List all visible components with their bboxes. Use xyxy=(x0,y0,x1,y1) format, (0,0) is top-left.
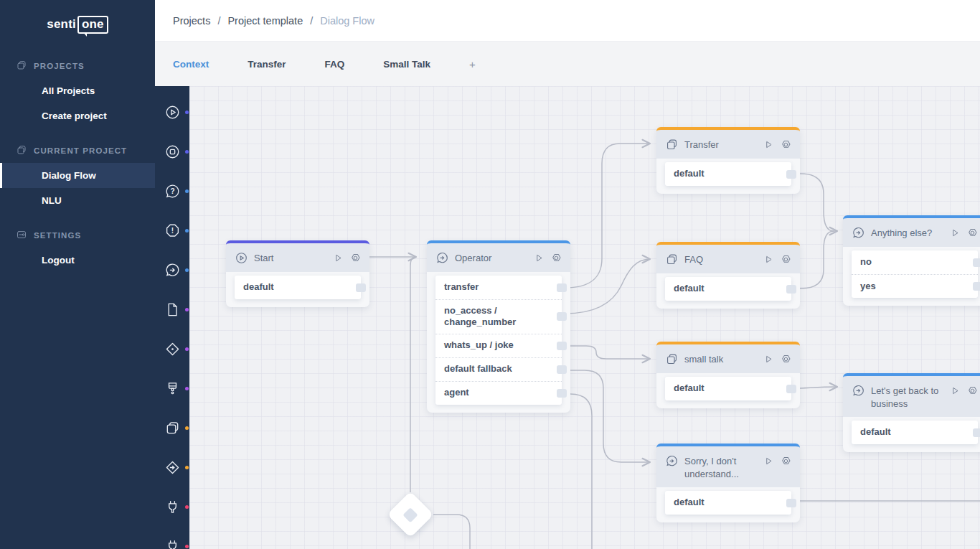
edge-diamond-to-operator[interactable] xyxy=(410,257,416,492)
breadcrumb-projects[interactable]: Projects xyxy=(173,15,210,27)
node-item-label: no xyxy=(860,256,872,268)
gear-icon[interactable] xyxy=(966,227,979,239)
tab-bar: ContextTransferFAQSmall Talk+ xyxy=(155,42,980,86)
node-lets-get-back-item-default[interactable]: default xyxy=(852,421,978,444)
gear-icon[interactable] xyxy=(780,253,792,266)
sidebar-section-label: SETTINGS xyxy=(34,231,81,240)
gear-icon[interactable] xyxy=(349,252,362,264)
palette-question-bubble-icon[interactable]: ? xyxy=(161,180,183,202)
node-sorry-item-default[interactable]: default xyxy=(665,491,791,515)
palette-dot xyxy=(185,505,189,509)
play-icon[interactable] xyxy=(763,455,775,467)
node-operator-item-default-fallback[interactable]: default fallback xyxy=(435,357,562,381)
node-transfer-item-default[interactable]: default xyxy=(665,162,791,186)
play-icon[interactable] xyxy=(533,252,545,264)
breadcrumb-project-template[interactable]: Project template xyxy=(227,15,303,27)
tab-context[interactable]: Context xyxy=(173,59,209,70)
gear-icon[interactable] xyxy=(550,252,562,264)
connector-port[interactable] xyxy=(786,285,796,294)
play-icon[interactable] xyxy=(763,353,775,365)
svg-text:?: ? xyxy=(170,187,174,194)
palette-dot xyxy=(185,268,189,272)
node-actions xyxy=(533,251,562,264)
connector-port[interactable] xyxy=(557,312,567,321)
node-anything-else-item-yes[interactable]: yes xyxy=(852,274,978,298)
palette-stop-circle-icon[interactable] xyxy=(161,141,183,162)
node-sorry-header[interactable]: Sorry, I don't understand... xyxy=(656,444,800,487)
palette-document-icon[interactable] xyxy=(161,299,183,320)
node-lets-get-back: Let's get back to businessdefault xyxy=(843,373,980,452)
node-anything-else-header[interactable]: Anything else? xyxy=(843,215,980,247)
connector-port[interactable] xyxy=(356,283,366,292)
sidebar-item-logout[interactable]: Logout xyxy=(0,248,155,273)
gear-icon[interactable] xyxy=(966,385,979,397)
edge-operator-whatsup-to-smalltalk[interactable] xyxy=(565,346,650,359)
node-operator-item-whats-up-joke[interactable]: whats_up / joke xyxy=(435,334,562,357)
connector-port[interactable] xyxy=(786,499,796,507)
play-icon[interactable] xyxy=(763,139,775,151)
palette-dot xyxy=(185,189,189,193)
palette-cards-icon[interactable] xyxy=(161,417,183,438)
node-operator-item-agent[interactable]: agent xyxy=(435,381,562,405)
sidebar-item-all-projects[interactable]: All Projects xyxy=(0,78,155,103)
palette-plug-icon[interactable] xyxy=(161,535,183,549)
node-small-talk-item-default[interactable]: default xyxy=(665,377,791,400)
node-lets-get-back-header[interactable]: Let's get back to business xyxy=(843,373,980,417)
node-anything-else-item-no[interactable]: no xyxy=(852,250,978,274)
node-actions xyxy=(949,226,979,239)
edge-operator-transfer-to-transfer[interactable] xyxy=(565,144,650,288)
breadcrumb: Projects/Project template/Dialog Flow xyxy=(173,15,374,27)
play-icon[interactable] xyxy=(949,385,961,397)
palette-play-circle-icon[interactable] xyxy=(161,101,183,123)
node-start-item-deafult[interactable]: deafult xyxy=(235,276,361,299)
node-faq-item-default[interactable]: default xyxy=(665,277,791,301)
node-operator-item-transfer[interactable]: transfer xyxy=(435,276,562,299)
gear-icon[interactable] xyxy=(780,139,792,151)
connector-port[interactable] xyxy=(973,258,980,267)
sidebar-item-create-project[interactable]: Create project xyxy=(0,103,155,128)
node-operator-header[interactable]: Operator xyxy=(427,240,570,272)
palette-bubble-arrow-icon[interactable] xyxy=(161,259,183,281)
connector-port[interactable] xyxy=(973,428,980,437)
palette-plug-icon[interactable] xyxy=(161,496,183,517)
node-small-talk-header[interactable]: small talk xyxy=(656,342,800,373)
gear-icon[interactable] xyxy=(780,455,792,467)
play-icon[interactable] xyxy=(949,227,961,239)
connector-port[interactable] xyxy=(557,283,567,292)
play-icon[interactable] xyxy=(332,252,344,264)
flow-canvas[interactable]: StartdeafultOperatortransferno_access / … xyxy=(189,86,980,549)
palette-diamond-dot-icon[interactable] xyxy=(161,338,183,360)
palette-brush-icon[interactable] xyxy=(161,377,183,399)
play-icon[interactable] xyxy=(763,253,775,266)
node-start-header[interactable]: Start xyxy=(226,240,369,272)
sidebar-section-projects: PROJECTSAll ProjectsCreate project xyxy=(0,54,155,128)
breadcrumb-dialog-flow: Dialog Flow xyxy=(320,15,374,27)
diamond-handle[interactable] xyxy=(402,507,418,522)
edge-operator-fallback-to-sorry[interactable] xyxy=(565,370,650,462)
tab-add-button[interactable]: + xyxy=(469,58,476,70)
palette-dot xyxy=(185,150,189,154)
gear-icon[interactable] xyxy=(780,353,792,365)
node-faq-header[interactable]: FAQ xyxy=(656,242,800,273)
edge-operator-agent-down[interactable] xyxy=(565,394,592,549)
palette-diamond-arrow-icon[interactable] xyxy=(161,456,183,478)
node-body: default xyxy=(852,421,978,444)
node-operator-item-no-access-change-number[interactable]: no_access / change_number xyxy=(435,299,562,334)
connector-port[interactable] xyxy=(557,342,567,350)
tab-small-talk[interactable]: Small Talk xyxy=(383,59,430,70)
connector-port[interactable] xyxy=(973,282,980,291)
connector-port[interactable] xyxy=(557,365,567,374)
tab-transfer[interactable]: Transfer xyxy=(248,59,286,70)
edge-diamond-right-down[interactable] xyxy=(433,515,470,549)
connector-port[interactable] xyxy=(786,385,796,393)
bubble-arrow-icon xyxy=(665,454,679,468)
sidebar-item-nlu[interactable]: NLU xyxy=(0,188,155,213)
connector-port[interactable] xyxy=(786,170,796,179)
svg-text:!: ! xyxy=(171,226,173,234)
node-faq: FAQdefault xyxy=(656,242,800,309)
connector-port[interactable] xyxy=(557,389,567,398)
palette-alert-octagon-icon[interactable]: ! xyxy=(161,220,183,241)
sidebar-item-dialog-flow[interactable]: Dialog Flow xyxy=(0,163,155,188)
tab-faq[interactable]: FAQ xyxy=(325,59,345,70)
node-transfer-header[interactable]: Transfer xyxy=(656,127,800,159)
